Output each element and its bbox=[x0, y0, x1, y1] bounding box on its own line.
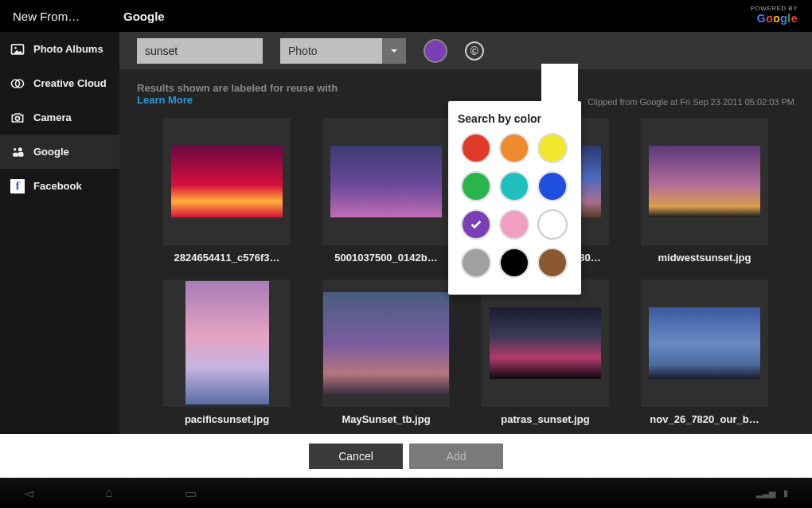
sidebar-item-label: Facebook bbox=[33, 180, 82, 192]
status-bar: ▂▃▅ ▮ bbox=[756, 488, 788, 498]
home-icon[interactable]: ⌂ bbox=[105, 486, 113, 501]
sidebar-item-facebook[interactable]: f Facebook bbox=[0, 169, 119, 203]
sidebar-item-google[interactable]: Google bbox=[0, 135, 119, 169]
color-option[interactable] bbox=[461, 171, 491, 201]
color-filter-button[interactable] bbox=[424, 39, 447, 63]
thumbnail-box bbox=[641, 279, 768, 407]
thumbnail-box bbox=[482, 279, 609, 407]
search-bar: Photo © bbox=[119, 32, 812, 69]
result-thumbnail[interactable]: 5001037500_0142b… bbox=[318, 118, 454, 265]
svg-rect-8 bbox=[18, 152, 24, 157]
sidebar: Photo Albums Creative Cloud Camera Googl… bbox=[0, 32, 119, 434]
copyright-icon[interactable]: © bbox=[465, 41, 484, 61]
google-logo: Google bbox=[751, 12, 798, 25]
color-option[interactable] bbox=[537, 209, 568, 240]
sidebar-item-label: Photo Albums bbox=[33, 43, 103, 55]
thumbnail-filename: MaySunset_tb.jpg bbox=[342, 413, 430, 425]
results-info-text: Results shown are labeled for reuse with bbox=[137, 82, 338, 94]
thumbnail-image bbox=[649, 307, 760, 379]
thumbnail-filename: nov_26_7820_our_b… bbox=[650, 413, 759, 425]
result-thumbnail[interactable]: nov_26_7820_our_b… bbox=[637, 279, 772, 427]
color-popover: Search by color bbox=[448, 101, 581, 295]
color-option[interactable] bbox=[461, 209, 491, 240]
sidebar-item-label: Camera bbox=[33, 111, 72, 123]
thumbnail-image bbox=[323, 292, 449, 394]
result-thumbnail[interactable]: MaySunset_tb.jpg bbox=[318, 279, 454, 427]
color-popover-title: Search by color bbox=[458, 112, 572, 125]
search-input[interactable] bbox=[137, 38, 263, 64]
thumbnail-box bbox=[163, 118, 291, 245]
svg-point-1 bbox=[14, 47, 17, 49]
battery-icon: ▮ bbox=[783, 488, 788, 498]
back-icon[interactable]: ◅ bbox=[24, 486, 33, 501]
creative-cloud-icon bbox=[10, 76, 25, 92]
android-nav-bar: ◅ ⌂ ▭ ▂▃▅ ▮ bbox=[0, 478, 812, 508]
footer-bar: Cancel Add bbox=[0, 434, 812, 478]
thumbnail-filename: patras_sunset.jpg bbox=[501, 413, 589, 425]
svg-point-6 bbox=[14, 148, 16, 150]
header-source: Google bbox=[123, 10, 165, 23]
thumbnail-filename: 5001037500_0142b… bbox=[334, 252, 437, 264]
thumbnail-image bbox=[649, 146, 760, 217]
color-option[interactable] bbox=[461, 248, 491, 278]
learn-more-link[interactable]: Learn More bbox=[137, 94, 193, 106]
thumbnail-image bbox=[490, 307, 601, 379]
result-thumbnail[interactable]: 2824654411_c576f3… bbox=[159, 118, 295, 265]
sidebar-item-photo-albums[interactable]: Photo Albums bbox=[0, 32, 119, 66]
thumbnail-image bbox=[330, 146, 442, 217]
powered-by-google: POWERED BY Google bbox=[751, 5, 798, 25]
svg-point-4 bbox=[16, 116, 20, 120]
sidebar-item-label: Creative Cloud bbox=[33, 77, 107, 89]
header-title: New From… bbox=[13, 10, 120, 23]
result-thumbnail[interactable]: patras_sunset.jpg bbox=[478, 279, 613, 427]
recent-icon[interactable]: ▭ bbox=[185, 486, 197, 501]
thumbnail-box bbox=[163, 279, 291, 407]
search-type-value: Photo bbox=[288, 45, 318, 57]
thumbnail-box bbox=[322, 279, 450, 407]
color-option[interactable] bbox=[537, 171, 568, 201]
thumbnail-filename: midwestsunset.jpg bbox=[658, 252, 751, 264]
color-option[interactable] bbox=[461, 133, 491, 163]
camera-icon bbox=[10, 110, 25, 126]
svg-point-5 bbox=[18, 147, 22, 151]
result-thumbnail[interactable]: pacificsunset.jpg bbox=[159, 279, 295, 427]
thumbnail-filename: 2824654411_c576f3… bbox=[174, 252, 279, 264]
header-bar: New From… Google POWERED BY Google bbox=[0, 0, 812, 32]
color-option[interactable] bbox=[537, 248, 568, 278]
dropdown-arrow-icon bbox=[382, 38, 406, 64]
wifi-icon: ▂▃▅ bbox=[756, 488, 775, 498]
thumbnail-image bbox=[185, 281, 269, 404]
color-option[interactable] bbox=[499, 133, 529, 163]
photo-albums-icon bbox=[10, 41, 25, 57]
cancel-button[interactable]: Cancel bbox=[309, 444, 403, 469]
sidebar-item-creative-cloud[interactable]: Creative Cloud bbox=[0, 66, 119, 100]
sidebar-item-label: Google bbox=[33, 146, 69, 158]
thumbnail-box bbox=[641, 118, 768, 245]
nav-icons: ◅ ⌂ ▭ bbox=[24, 486, 197, 501]
svg-rect-7 bbox=[13, 152, 18, 156]
color-grid bbox=[458, 133, 572, 279]
thumbnail-box bbox=[322, 118, 450, 245]
thumbnail-filename: pacificsunset.jpg bbox=[185, 413, 269, 425]
color-option[interactable] bbox=[499, 248, 529, 278]
color-option[interactable] bbox=[537, 133, 568, 163]
content-area: Photo © Results shown are labeled for re… bbox=[119, 32, 812, 434]
sidebar-item-camera[interactable]: Camera bbox=[0, 100, 119, 135]
add-button: Add bbox=[409, 444, 503, 469]
facebook-icon: f bbox=[10, 178, 25, 194]
color-option[interactable] bbox=[499, 171, 529, 201]
color-option[interactable] bbox=[499, 209, 529, 240]
google-icon bbox=[10, 144, 25, 160]
search-type-select[interactable]: Photo bbox=[280, 38, 406, 64]
thumbnail-image bbox=[171, 146, 283, 217]
result-thumbnail[interactable]: midwestsunset.jpg bbox=[637, 118, 772, 265]
clipped-timestamp: Clipped from Google at Fri Sep 23 2011 0… bbox=[588, 97, 794, 107]
powered-by-label: POWERED BY bbox=[751, 5, 798, 12]
